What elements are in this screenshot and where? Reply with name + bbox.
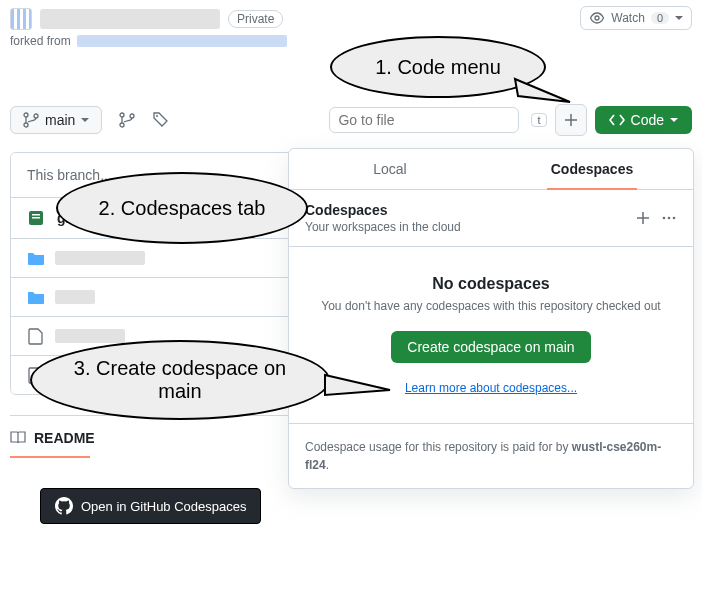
code-icon: [609, 112, 625, 128]
github-icon: [55, 497, 73, 515]
code-dropdown: Local Codespaces Codespaces Your workspa…: [288, 148, 694, 489]
toolbar-right: t Code: [329, 104, 692, 136]
chevron-down-icon: [675, 16, 683, 20]
branches-icon-button[interactable]: [118, 111, 136, 129]
git-branch-icon: [23, 112, 39, 128]
file-icon: [27, 366, 45, 384]
section-subtitle: Your workspaces in the cloud: [305, 220, 461, 234]
file-name: [55, 290, 95, 304]
privacy-badge: Private: [228, 10, 283, 28]
file-search[interactable]: [329, 107, 519, 133]
learn-more-link[interactable]: Learn more about codespaces...: [319, 381, 663, 395]
chevron-down-icon: [670, 118, 678, 122]
toolbar: main t Code: [0, 96, 702, 144]
folder-icon: [27, 288, 45, 306]
watch-label: Watch: [611, 11, 645, 25]
eye-icon: [589, 10, 605, 26]
codespaces-add-button[interactable]: [635, 210, 651, 226]
toolbar-left: main: [10, 106, 170, 134]
codespaces-empty-state: No codespaces You don't have any codespa…: [289, 247, 693, 424]
tab-codespaces[interactable]: Codespaces: [491, 149, 693, 189]
svg-point-0: [595, 16, 599, 20]
dropdown-tabs: Local Codespaces: [289, 149, 693, 190]
plus-icon: [635, 210, 651, 226]
tag-icon: [153, 112, 169, 128]
fork-line: forked from: [10, 34, 692, 48]
svg-point-8: [673, 217, 676, 220]
svg-point-1: [156, 115, 158, 117]
badge-label: Open in GitHub Codespaces: [81, 499, 246, 514]
svg-point-7: [668, 217, 671, 220]
create-codespace-button[interactable]: Create codespace on main: [391, 331, 590, 363]
watch-button[interactable]: Watch 0: [580, 6, 692, 30]
git-branch-icon: [119, 112, 135, 128]
branch-selector[interactable]: main: [10, 106, 102, 134]
code-menu-button[interactable]: Code: [595, 106, 692, 134]
folder-icon: [27, 249, 45, 267]
kebab-icon: [661, 210, 677, 226]
file-search-input[interactable]: [338, 112, 513, 128]
open-codespaces-badge[interactable]: Open in GitHub Codespaces: [40, 488, 261, 524]
book-icon: [10, 430, 26, 446]
codespaces-footer: Codespace usage for this repository is p…: [289, 424, 693, 488]
add-file-button[interactable]: [555, 104, 587, 136]
empty-title: No codespaces: [319, 275, 663, 293]
readme-underline: [10, 456, 90, 458]
code-button-label: Code: [631, 112, 664, 128]
branch-name: main: [45, 112, 75, 128]
top-right-actions: Watch 0: [580, 6, 692, 30]
svg-point-6: [663, 217, 666, 220]
chevron-down-icon: [81, 118, 89, 122]
readme-label: README: [34, 430, 95, 446]
repo-name-placeholder: [40, 9, 220, 29]
file-name: [55, 368, 115, 382]
empty-subtitle: You don't have any codespaces with this …: [319, 299, 663, 313]
forked-from-label: forked from: [10, 34, 71, 48]
file-icon: [27, 327, 45, 345]
tab-local[interactable]: Local: [289, 149, 491, 189]
file-name: github...: [57, 210, 111, 226]
svg-rect-5: [32, 217, 40, 219]
repo-avatar: [10, 8, 32, 30]
codespaces-more-button[interactable]: [661, 210, 677, 226]
file-name: [55, 251, 145, 265]
svg-rect-4: [32, 214, 40, 216]
footer-prefix: Codespace usage for this repository is p…: [305, 440, 572, 454]
codespaces-section-header: Codespaces Your workspaces in the cloud: [289, 190, 693, 247]
watch-count: 0: [651, 12, 669, 24]
kbd-shortcut: t: [531, 113, 546, 127]
fork-link-placeholder[interactable]: [77, 35, 287, 47]
repo-icon: [27, 208, 47, 228]
section-title: Codespaces: [305, 202, 461, 218]
plus-icon: [563, 112, 579, 128]
tags-icon-button[interactable]: [152, 111, 170, 129]
file-name: [55, 329, 125, 343]
